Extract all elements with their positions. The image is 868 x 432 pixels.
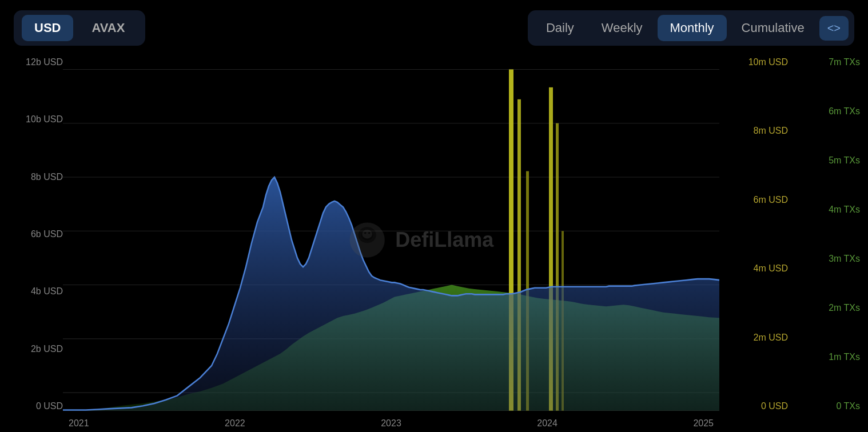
y-right-txs-label-7: 0 TXs [799,401,868,411]
y-left-label-1: 10b USD [0,114,69,125]
top-bar: USD AVAX Daily Weekly Monthly Cumulative… [0,0,868,51]
x-label-2021: 2021 [69,418,89,429]
svg-rect-23 [368,247,371,254]
y-right-txs-label-2: 5m TXs [799,155,868,166]
x-label-2022: 2022 [225,418,245,429]
y-axis-left: 12b USD 10b USD 8b USD 6b USD 4b USD 2b … [0,51,69,429]
y-right-usd-label-2: 6m USD [725,195,794,205]
timeframe-group: Daily Weekly Monthly Cumulative <> [528,10,854,46]
y-right-usd-label-0: 10m USD [725,57,794,67]
chevron-button[interactable]: <> [819,16,849,41]
timeframe-monthly-button[interactable]: Monthly [658,15,727,41]
watermark: DefiLlama [347,220,493,260]
y-right-usd-label-5: 0 USD [725,401,794,411]
timeframe-weekly-button[interactable]: Weekly [589,15,655,41]
chart-area: 12b USD 10b USD 8b USD 6b USD 4b USD 2b … [0,51,868,429]
x-label-2023: 2023 [381,418,401,429]
currency-usd-button[interactable]: USD [22,15,73,41]
y-left-label-5: 2b USD [0,344,69,354]
y-left-label-6: 0 USD [0,401,69,411]
timeframe-cumulative-button[interactable]: Cumulative [729,15,817,41]
svg-marker-15 [63,177,719,411]
y-left-label-0: 12b USD [0,57,69,67]
y-right-txs-label-3: 4m TXs [799,205,868,215]
svg-point-19 [362,230,372,239]
currency-avax-button[interactable]: AVAX [79,15,137,41]
x-axis: 2021 2022 2023 2024 2025 [63,418,719,429]
y-right-usd-label-1: 8m USD [725,126,794,136]
y-right-txs-label-1: 6m TXs [799,106,868,117]
svg-point-21 [368,232,371,234]
y-left-label-3: 6b USD [0,229,69,239]
y-right-usd-label-4: 2m USD [725,333,794,343]
watermark-text: DefiLlama [395,228,493,252]
y-left-label-2: 8b USD [0,172,69,182]
y-right-txs-label-0: 7m TXs [799,57,868,67]
y-axis-right-usd: 10m USD 8m USD 6m USD 4m USD 2m USD 0 US… [725,51,794,429]
svg-rect-22 [364,247,367,254]
timeframe-daily-button[interactable]: Daily [533,15,587,41]
watermark-icon [347,220,387,260]
y-right-usd-label-3: 4m USD [725,263,794,274]
y-axis-right-txs: 7m TXs 6m TXs 5m TXs 4m TXs 3m TXs 2m TX… [799,51,868,429]
currency-group: USD AVAX [14,10,145,46]
y-right-txs-label-5: 2m TXs [799,303,868,313]
y-right-txs-label-4: 3m TXs [799,254,868,264]
x-label-2025: 2025 [693,418,714,429]
y-right-txs-label-6: 1m TXs [799,352,868,362]
svg-point-20 [364,232,367,234]
y-left-label-4: 4b USD [0,286,69,297]
x-label-2024: 2024 [537,418,558,429]
chart-canvas: DefiLlama [63,51,719,429]
